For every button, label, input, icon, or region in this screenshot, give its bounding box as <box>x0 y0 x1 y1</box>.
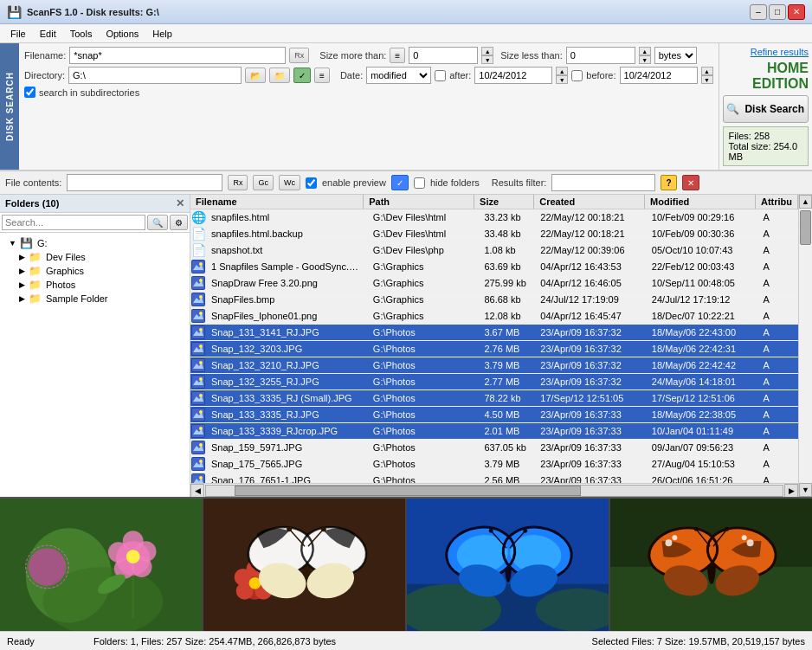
vscroll-up-btn[interactable]: ▲ <box>799 195 812 209</box>
file-row[interactable]: Snap_131_3141_RJ.JPGG:\Photos3.67 MB23/A… <box>190 325 798 341</box>
refine-results-link[interactable]: Refine results <box>723 47 809 57</box>
vertical-scrollbar[interactable]: ▲ ▼ <box>798 195 812 497</box>
size-less-input[interactable] <box>566 47 635 64</box>
dir-up-btn[interactable]: 📁 <box>269 68 290 83</box>
file-type-icon <box>190 308 206 324</box>
tree-item-photos[interactable]: ▶ 📁 Photos <box>3 278 186 292</box>
date-before-input[interactable] <box>620 67 698 84</box>
date-before-down[interactable]: ▼ <box>701 75 713 84</box>
col-path[interactable]: Path <box>364 195 474 209</box>
file-row[interactable]: Snap_132_3203.JPGG:\Photos2.76 MB23/Apr/… <box>190 341 798 357</box>
attr-cell: A <box>757 326 798 338</box>
date-before-up[interactable]: ▲ <box>701 67 713 75</box>
fc-btn3[interactable]: Wc <box>279 175 300 190</box>
hide-folders-checkbox[interactable] <box>414 177 425 189</box>
hscroll-track[interactable] <box>205 485 783 497</box>
menu-help[interactable]: Help <box>145 27 179 41</box>
filter-help-btn[interactable]: ? <box>661 175 676 190</box>
filter-clear-btn[interactable]: ✕ <box>682 175 699 190</box>
home-edition-badge: HOME EDITION <box>723 61 809 92</box>
file-type-icon <box>190 456 206 472</box>
tree-item-g[interactable]: ▼ 💾 G: <box>3 236 186 250</box>
dir-browse-btn[interactable]: 📂 <box>245 68 266 83</box>
size-cell: 637.05 kb <box>479 441 535 454</box>
menu-tools[interactable]: Tools <box>63 27 100 41</box>
size-unit-select[interactable]: bytes KB MB <box>654 47 697 64</box>
hscroll-left-btn[interactable]: ◀ <box>190 484 204 498</box>
size-less-up-btn[interactable]: ▲ <box>639 47 651 55</box>
vscroll-track[interactable] <box>799 209 812 483</box>
filename-input[interactable] <box>69 47 286 64</box>
created-cell: 23/Apr/09 16:37:32 <box>535 326 647 338</box>
file-row[interactable]: Snap_159_5971.JPGG:\Photos637.05 kb23/Ap… <box>190 440 798 456</box>
dir-icon-btn[interactable]: ≡ <box>314 68 330 83</box>
file-row[interactable]: 📄snapfiles.html.backupG:\Dev Files\html3… <box>190 226 798 242</box>
col-filename[interactable]: Filename <box>190 195 364 209</box>
date-after-checkbox[interactable] <box>435 70 446 81</box>
minimize-button[interactable]: – <box>750 4 767 20</box>
results-filter-input[interactable] <box>551 174 655 191</box>
size-less-down-btn[interactable]: ▼ <box>639 55 651 64</box>
file-row[interactable]: SnapFiles_Iphone01.pngG:\Graphics12.08 k… <box>190 308 798 325</box>
file-row[interactable]: SnapDraw Free 3.20.pngG:\Graphics275.99 … <box>190 275 798 292</box>
file-contents-input[interactable] <box>67 174 222 191</box>
size-more-icon-btn[interactable]: ≡ <box>390 48 405 63</box>
hscroll-thumb[interactable] <box>235 486 581 496</box>
maximize-button[interactable]: □ <box>769 4 786 20</box>
tree-item-devfiles[interactable]: ▶ 📁 Dev Files <box>3 250 186 264</box>
menu-edit[interactable]: Edit <box>33 27 63 41</box>
file-row[interactable]: Snap_133_3339_RJcrop.JPGG:\Photos2.01 MB… <box>190 423 798 440</box>
directory-input[interactable] <box>68 67 242 84</box>
date-after-input[interactable] <box>474 67 552 84</box>
attr-cell: A <box>757 376 798 388</box>
col-modified[interactable]: Modified <box>645 195 756 209</box>
folders-search-input[interactable] <box>2 215 145 230</box>
folders-filter-btn[interactable]: ⚙ <box>170 215 188 230</box>
vscroll-down-btn[interactable]: ▼ <box>799 483 812 497</box>
folders-close-btn[interactable]: ✕ <box>176 197 184 209</box>
menu-options[interactable]: Options <box>99 27 145 41</box>
date-type-select[interactable]: modified <box>366 67 431 84</box>
horizontal-scrollbar[interactable]: ◀ ▶ <box>190 483 798 497</box>
disk-search-button[interactable]: 🔍 Disk Search <box>723 95 809 123</box>
vscroll-thumb[interactable] <box>800 210 811 245</box>
date-after-down[interactable]: ▼ <box>556 75 568 84</box>
preview-toggle-btn[interactable]: ✓ <box>391 175 409 190</box>
date-before-checkbox[interactable] <box>571 70 583 81</box>
files-stat: Files: 258 <box>729 131 802 141</box>
date-after-up[interactable]: ▲ <box>556 67 568 75</box>
fc-btn1[interactable]: Rx <box>228 175 248 190</box>
size-more-down-btn[interactable]: ▼ <box>481 55 493 64</box>
file-row[interactable]: Snap_133_3335_RJ (Small).JPGG:\Photos78.… <box>190 390 798 407</box>
size-more-input[interactable] <box>409 47 478 64</box>
file-row[interactable]: Snap_132_3255_RJ.JPGG:\Photos2.77 MB23/A… <box>190 374 798 390</box>
attr-cell: A <box>757 293 798 306</box>
size-more-up-btn[interactable]: ▲ <box>481 47 493 55</box>
close-button[interactable]: ✕ <box>788 4 805 20</box>
folders-search-btn[interactable]: 🔍 <box>147 215 168 230</box>
directory-label: Directory: <box>24 70 65 80</box>
file-row[interactable]: Snap_175_7565.JPGG:\Photos3.79 MB23/Apr/… <box>190 456 798 473</box>
filename-clear-btn[interactable]: Rx <box>289 48 309 63</box>
file-list-body: 🌐snapfiles.htmlG:\Dev Files\html33.23 kb… <box>190 209 798 483</box>
col-created[interactable]: Created <box>534 195 645 209</box>
dir-check-btn[interactable]: ✓ <box>293 68 311 83</box>
enable-preview-checkbox[interactable] <box>306 177 317 189</box>
titlebar: 💾 ScanFS 1.0 - Disk results: G:\ – □ ✕ <box>0 0 812 24</box>
file-row[interactable]: Snap_133_3335_RJ.JPGG:\Photos4.50 MB23/A… <box>190 407 798 423</box>
tree-item-samplefolder[interactable]: ▶ 📁 Sample Folder <box>3 292 186 306</box>
search-subdirs-checkbox[interactable] <box>24 87 35 98</box>
svg-point-113 <box>747 539 754 546</box>
col-attrib[interactable]: Attribu <box>756 195 798 209</box>
col-size[interactable]: Size <box>474 195 534 209</box>
file-row[interactable]: 📄snapshot.txtG:\Dev Files\php1.08 kb22/M… <box>190 242 798 259</box>
file-row[interactable]: SnapFiles.bmpG:\Graphics86.68 kb24/Jul/1… <box>190 292 798 308</box>
hscroll-right-btn[interactable]: ▶ <box>784 484 798 498</box>
menu-file[interactable]: File <box>3 27 33 41</box>
file-row[interactable]: Snap_176_7651-1.JPGG:\Photos2.56 MB23/Ap… <box>190 473 798 483</box>
fc-btn2[interactable]: Gc <box>253 175 274 190</box>
tree-item-graphics[interactable]: ▶ 📁 Graphics <box>3 264 186 278</box>
file-row[interactable]: 1 Snapfiles Sample - GoodSync.pngG:\Grap… <box>190 259 798 275</box>
file-row[interactable]: Snap_132_3210_RJ.JPGG:\Photos3.79 MB23/A… <box>190 357 798 374</box>
file-row[interactable]: 🌐snapfiles.htmlG:\Dev Files\html33.23 kb… <box>190 209 798 226</box>
